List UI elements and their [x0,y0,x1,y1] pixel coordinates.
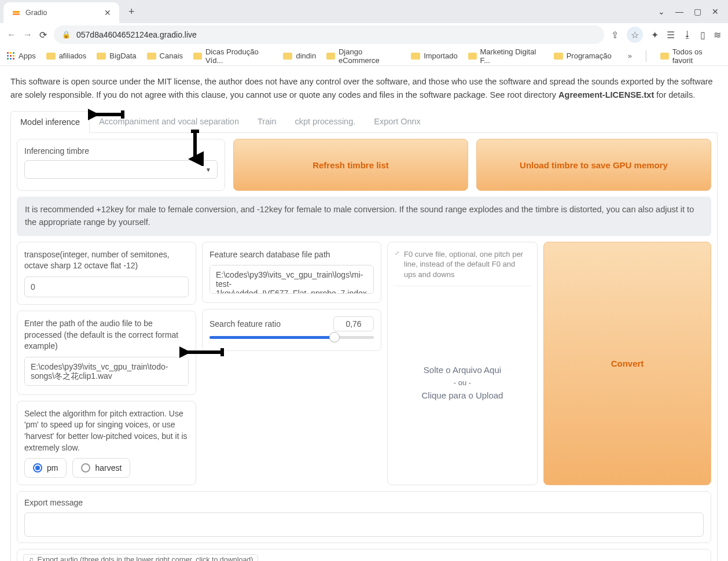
export-message-label: Export message [24,497,704,509]
folder-icon [283,53,292,60]
radio-pm[interactable]: pm [24,458,67,478]
bookmark-bigdata[interactable]: BigData [97,51,136,60]
tab-strip: Gradio ✕ + ⌄ ― ▢ ✕ [0,0,728,23]
bookmark-dicas[interactable]: Dicas Produção Víd... [193,47,273,65]
unload-timbre-button[interactable]: Unload timbre to save GPU memory [476,139,711,191]
folder-icon [411,53,420,60]
export-audio-panel: ♫ Export audio (three dots in the lower … [17,549,711,561]
share-icon[interactable]: ⇪ [611,29,619,40]
radio-dot-icon [33,463,42,473]
apps-label: Apps [19,51,36,60]
browser-tab-title: Gradio [25,9,100,17]
extensions-icon[interactable]: ✦ [651,29,659,40]
transpose-label: transpose(integer, number of semitones, … [24,249,189,272]
convert-button[interactable]: Convert [543,242,711,485]
bookmark-django[interactable]: Django eCommerce [326,47,400,65]
export-message-panel: Export message [17,491,711,543]
feature-ratio-slider[interactable] [209,336,374,339]
feature-path-input[interactable] [209,265,374,294]
panel-icon[interactable]: ▯ [700,29,705,40]
tab-model-inference[interactable]: Model inference [10,111,90,133]
folder-icon [147,53,156,60]
apps-grid-icon [7,52,15,60]
address-bar[interactable]: 🔒 057d8a4604652124ea.gradio.live [54,25,604,44]
audio-path-input[interactable] [24,357,189,386]
feature-path-panel: Feature search database file path [202,242,381,304]
tab-content: Inferencing timbre ▼ Refresh timbre list… [10,133,718,561]
bookmark-star-icon[interactable]: ☆ [627,27,643,43]
tab-accompaniment[interactable]: Accompaniment and vocal separation [90,111,248,132]
bookmark-dindin[interactable]: dindin [283,51,316,60]
bookmarks-separator [646,50,646,62]
f0-upload-area[interactable]: F0 curve file, optional, one pitch per l… [387,242,538,485]
close-icon[interactable]: ✕ [104,8,111,17]
bookmark-marketing[interactable]: Marketing Digital F... [468,47,543,65]
folder-icon [468,53,477,60]
feature-ratio-value[interactable]: 0,76 [333,316,374,331]
window-controls: ⌄ ― ▢ ✕ [652,7,725,16]
folder-icon [326,53,335,60]
inferencing-timbre-label: Inferencing timbre [24,146,218,156]
lock-icon: 🔒 [62,31,71,39]
bookmarks-overflow-icon[interactable]: » [628,51,632,60]
refresh-timbre-button[interactable]: Refresh timbre list [233,139,468,191]
folder-icon [97,53,106,60]
bookmark-programacao[interactable]: Programação [554,51,612,60]
forward-icon[interactable]: → [23,29,32,40]
folder-icon [660,53,669,60]
bookmark-all-favorites[interactable]: Todos os favorit [660,47,721,65]
apps-button[interactable]: Apps [7,51,36,60]
dropzone-line1: Solte o Arquivo Aqui [424,365,501,375]
audio-path-label: Enter the path of the audio file to be p… [24,318,189,352]
folder-icon [46,53,56,60]
back-icon[interactable]: ← [7,29,16,40]
pitch-algorithm-panel: Select the algorithm for pitch extractio… [17,401,196,485]
svg-rect-1 [13,13,20,15]
license-text: This software is open source under the M… [10,75,718,102]
bookmarks-bar: Apps afiliados BigData Canais Dicas Prod… [0,46,728,66]
radio-dot-icon [81,463,90,473]
playlist-icon[interactable]: ☰ [667,29,675,40]
dropzone-ou: - ou - [454,378,471,387]
transpose-input[interactable] [24,276,189,297]
nav-row: ← → ⟳ 🔒 057d8a4604652124ea.gradio.live ⇪… [0,23,728,46]
menu-icon[interactable]: ≋ [714,29,721,40]
caret-down-icon[interactable]: ⌄ [658,7,665,16]
folder-icon [193,53,202,60]
feature-ratio-panel: Search feature ratio 0,76 [202,309,381,351]
reload-icon[interactable]: ⟳ [39,29,47,40]
url-text: 057d8a4604652124ea.gradio.live [76,30,197,39]
tab-ckpt[interactable]: ckpt processing. [285,111,365,132]
downloads-icon[interactable]: ⭳ [683,29,692,40]
dropzone-line2: Clique para o Upload [422,390,503,400]
radio-harvest[interactable]: harvest [72,458,130,478]
folder-icon [554,53,563,60]
browser-tab[interactable]: Gradio ✕ [3,2,119,23]
close-window-icon[interactable]: ✕ [712,7,719,16]
feature-ratio-label: Search feature ratio [209,319,281,330]
main-tabs: Model inference Accompaniment and vocal … [10,111,718,133]
chevron-down-icon: ▼ [205,167,211,173]
bookmark-canais[interactable]: Canais [147,51,183,60]
music-note-icon: ♫ [28,556,34,561]
maximize-icon[interactable]: ▢ [694,7,701,16]
svg-rect-0 [13,11,20,13]
minimize-icon[interactable]: ― [675,7,683,16]
tab-export-onnx[interactable]: Export Onnx [365,111,430,132]
inferencing-timbre-panel: Inferencing timbre ▼ [17,139,225,191]
export-message-output [24,512,704,537]
gradio-favicon [12,8,21,17]
audio-path-panel: Enter the path of the audio file to be p… [17,311,196,395]
bookmark-afiliados[interactable]: afiliados [46,51,87,60]
feature-path-label: Feature search database file path [209,249,374,261]
f0-upload-label: F0 curve file, optional, one pitch per l… [394,248,531,286]
recommendation-note: It is recommended +12key for male to fem… [17,197,711,236]
f0-dropzone: Solte o Arquivo Aqui - ou - Clique para … [422,286,503,479]
bookmark-importado[interactable]: Importado [411,51,458,60]
export-audio-label: ♫ Export audio (three dots in the lower … [23,554,258,561]
new-tab-button[interactable]: + [124,3,139,20]
tab-train[interactable]: Train [248,111,286,132]
inferencing-timbre-dropdown[interactable]: ▼ [24,160,218,179]
transpose-panel: transpose(integer, number of semitones, … [17,242,196,305]
pitch-algorithm-label: Select the algorithm for pitch extractio… [24,408,189,453]
